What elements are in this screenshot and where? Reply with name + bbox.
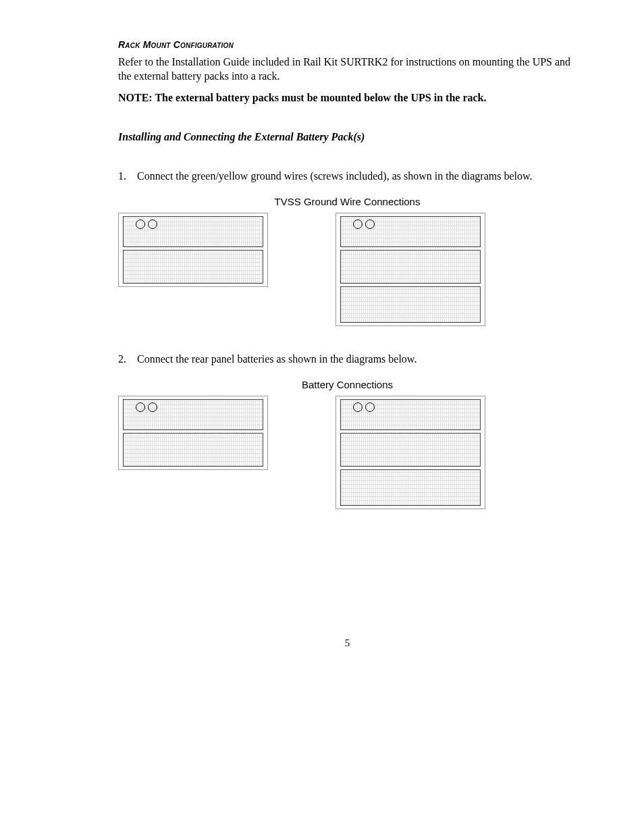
step-text: Connect the rear panel batteries as show… [137, 353, 417, 365]
intro-paragraph: Refer to the Installation Guide included… [118, 55, 576, 84]
figure-caption-battery: Battery Connections [118, 379, 576, 390]
step-number: 2. [118, 353, 137, 365]
figure-caption-tvss: TVSS Ground Wire Connections [118, 196, 576, 207]
page-number: 5 [118, 637, 576, 649]
battery-pack-rear-panel-icon [340, 469, 481, 506]
tvss-wiring-diagram-single-pack [118, 213, 268, 287]
tvss-wiring-diagram-dual-pack [336, 213, 485, 326]
battery-pack-rear-panel-icon [340, 433, 481, 467]
tvss-diagram-row [118, 213, 576, 326]
ups-rear-panel-icon [340, 216, 481, 247]
battery-pack-rear-panel-icon [123, 250, 263, 284]
battery-pack-rear-panel-icon [340, 250, 481, 284]
ups-rear-panel-icon [123, 399, 263, 430]
battery-diagram-row [118, 396, 576, 509]
document-page: Rack Mount Configuration Refer to the In… [0, 0, 644, 649]
ups-rear-panel-icon [340, 399, 481, 430]
step-1: 1. Connect the green/yellow ground wires… [118, 170, 576, 182]
subsection-heading: Installing and Connecting the External B… [118, 131, 576, 143]
step-number: 1. [118, 170, 137, 182]
ups-rear-panel-icon [123, 216, 263, 247]
step-2: 2. Connect the rear panel batteries as s… [118, 353, 576, 365]
battery-pack-rear-panel-icon [123, 433, 263, 467]
note-text: NOTE: The external battery packs must be… [118, 92, 576, 104]
battery-connection-diagram-dual-pack [336, 396, 485, 509]
battery-pack-rear-panel-icon [340, 286, 481, 323]
section-heading: Rack Mount Configuration [118, 39, 576, 50]
battery-connection-diagram-single-pack [118, 396, 268, 470]
step-text: Connect the green/yellow ground wires (s… [137, 170, 532, 182]
